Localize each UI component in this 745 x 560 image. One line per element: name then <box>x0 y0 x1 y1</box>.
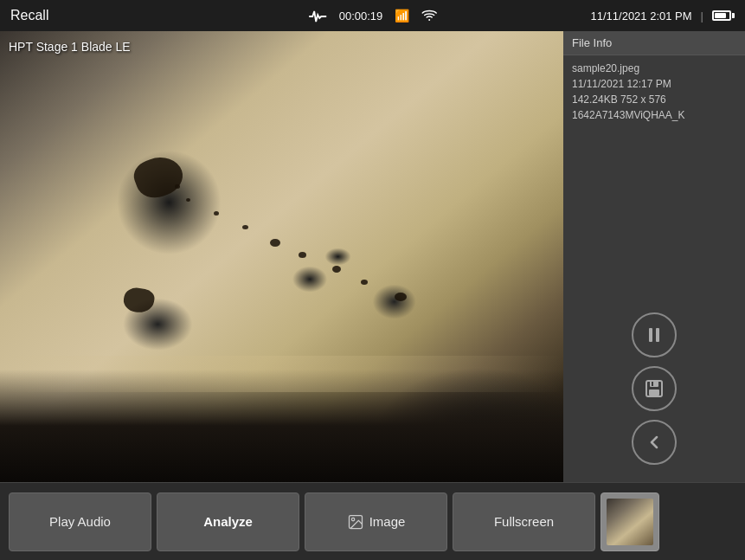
back-button[interactable] <box>632 420 677 465</box>
svg-point-0 <box>428 19 430 21</box>
bottom-bar: Play Audio Analyze Image Fullscreen <box>0 482 745 560</box>
damage-spot-10 <box>186 198 190 202</box>
save-button[interactable] <box>632 366 677 411</box>
save-icon <box>644 378 665 399</box>
bluetooth-icon: 📶 <box>395 9 409 23</box>
svg-rect-6 <box>652 382 653 386</box>
image-icon <box>347 513 364 531</box>
topbar-center: 00:00:19 📶 <box>308 6 438 25</box>
svg-rect-2 <box>656 328 659 342</box>
play-audio-label: Play Audio <box>49 514 111 529</box>
thumbnail-preview <box>607 499 653 545</box>
separator: | <box>701 10 703 23</box>
image-label: HPT Stage 1 Blade LE <box>9 40 131 54</box>
file-info-header: File Info <box>563 31 745 55</box>
main-area: HPT Stage 1 Blade LE File Info sample20.… <box>0 31 745 482</box>
pause-icon <box>644 325 665 345</box>
image-label: Image <box>369 514 406 529</box>
right-panel: File Info sample20.jpeg 11/11/2021 12:17… <box>563 31 745 482</box>
blade-visual <box>0 31 563 482</box>
damage-spot-2 <box>122 286 156 315</box>
file-info-date: 11/11/2021 12:17 PM <box>572 78 736 90</box>
svg-rect-4 <box>650 381 658 387</box>
file-info-content: sample20.jpeg 11/11/2021 12:17 PM 142.24… <box>563 55 745 128</box>
damage-spot-4 <box>299 252 306 258</box>
damage-spot-8 <box>242 225 248 229</box>
damage-spot-6 <box>361 280 368 285</box>
file-info-hash: 1642A7143MViQHAA_K <box>572 109 736 121</box>
control-buttons <box>632 312 677 465</box>
damage-spot-3 <box>270 239 280 247</box>
svg-point-8 <box>351 518 354 520</box>
topbar-datetime: 11/11/2021 2:01 PM <box>591 10 692 23</box>
file-info-size: 142.24KB 752 x 576 <box>572 93 736 106</box>
damage-spot-1 <box>130 151 188 203</box>
image-button[interactable]: Image <box>305 492 447 551</box>
analyze-label: Analyze <box>203 514 253 529</box>
pause-button[interactable] <box>632 312 677 357</box>
battery-icon <box>712 10 735 21</box>
file-info-filename: sample20.jpeg <box>572 62 736 74</box>
fullscreen-label: Fullscreen <box>494 514 554 529</box>
damage-spot-9 <box>214 211 219 216</box>
app-title: Recall <box>10 8 48 23</box>
damage-spot-7 <box>395 293 407 301</box>
image-panel: HPT Stage 1 Blade LE <box>0 31 563 482</box>
svg-rect-1 <box>649 328 652 342</box>
topbar-timer: 00:00:19 <box>339 10 383 23</box>
bright-band <box>0 356 563 392</box>
activity-icon <box>308 6 327 25</box>
topbar-right: 11/11/2021 2:01 PM | <box>591 10 735 23</box>
fullscreen-button[interactable]: Fullscreen <box>453 492 595 551</box>
wifi-icon <box>421 9 437 23</box>
analyze-button[interactable]: Analyze <box>157 492 299 551</box>
play-audio-button[interactable]: Play Audio <box>9 492 151 551</box>
damage-spot-11 <box>175 184 180 189</box>
thumbnail-button[interactable] <box>600 492 659 551</box>
damage-spot-5 <box>332 266 341 273</box>
back-icon <box>644 432 665 453</box>
topbar: Recall 00:00:19 📶 11/11/2021 2:01 PM | <box>0 0 745 31</box>
svg-rect-5 <box>649 389 659 396</box>
